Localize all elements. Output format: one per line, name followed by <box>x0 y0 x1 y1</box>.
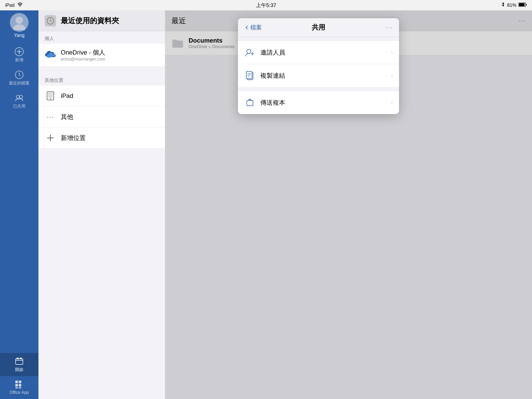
nav-header: 最近使用的資料夾 <box>38 10 165 31</box>
nav-item-ipad-text: iPad <box>61 92 159 99</box>
nav-item-add-location[interactable]: 新增位置 <box>38 128 165 149</box>
office-app-icon <box>15 380 24 389</box>
nav-section-other: 其他位置 iPad ··· 其他 <box>38 73 165 149</box>
svg-point-8 <box>19 95 23 98</box>
svg-rect-9 <box>16 359 23 364</box>
share-panel: 檔案 共用 ··· 邀請人員 › <box>238 18 399 114</box>
svg-rect-16 <box>15 387 18 388</box>
shared-icon <box>15 93 24 103</box>
svg-rect-15 <box>19 384 21 387</box>
content-panel: 最近 ··· Documents OneDrive » Documents <box>165 10 532 399</box>
status-bar-right: 81% <box>501 2 527 9</box>
svg-point-7 <box>16 95 19 98</box>
sidebar-item-open[interactable]: 開啟 <box>0 353 38 376</box>
nav-item-ipad[interactable]: iPad <box>38 85 165 107</box>
recent-icon <box>15 70 24 79</box>
clock-icon <box>46 17 54 25</box>
sidebar: Yang 新增 最近的檔案 已共用 <box>0 10 38 399</box>
onedrive-icon <box>45 49 56 61</box>
copy-link-icon <box>244 70 256 81</box>
sidebar-username: Yang <box>14 33 25 38</box>
ipad-label: iPad <box>5 3 15 8</box>
svg-rect-13 <box>19 381 21 383</box>
status-bar-time: 上午5:37 <box>256 2 276 9</box>
status-bar: iPad 上午5:37 81% <box>0 0 532 10</box>
nav-header-title: 最近使用的資料夾 <box>61 16 119 26</box>
office-app-item[interactable]: Office App <box>0 376 38 399</box>
dots-icon: ··· <box>45 111 56 123</box>
nav-item-other-text: 其他 <box>61 113 159 121</box>
share-panel-header: 檔案 共用 ··· <box>238 18 399 37</box>
send-copy-icon <box>244 97 256 108</box>
nav-item-add-location-text: 新增位置 <box>61 134 159 142</box>
svg-point-4 <box>13 24 25 30</box>
sidebar-item-open-label: 開啟 <box>15 367 23 373</box>
svg-rect-11 <box>20 358 22 359</box>
share-back-label: 檔案 <box>250 24 262 31</box>
nav-item-add-location-title: 新增位置 <box>61 134 159 142</box>
nav-item-onedrive-text: OneDrive - 個人 echo@macranger.com <box>61 48 159 62</box>
open-icon <box>15 357 24 366</box>
app-container: Yang 新增 最近的檔案 已共用 <box>0 10 532 399</box>
svg-rect-21 <box>48 92 53 98</box>
svg-point-22 <box>247 49 251 54</box>
nav-section-other-label: 其他位置 <box>38 73 165 85</box>
plus-icon <box>45 132 56 144</box>
bluetooth-icon <box>501 2 505 9</box>
sidebar-item-new-label: 新增 <box>15 57 23 63</box>
share-panel-title: 共用 <box>312 23 325 32</box>
ipad-icon <box>45 90 56 102</box>
share-menu-invite-label: 邀請人員 <box>260 48 391 57</box>
avatar <box>10 13 29 32</box>
svg-rect-14 <box>15 384 18 387</box>
share-menu-invite-chevron: › <box>391 49 393 56</box>
svg-point-20 <box>50 98 51 99</box>
share-back-button[interactable]: 檔案 <box>244 24 262 31</box>
svg-rect-1 <box>526 4 527 5</box>
chevron-left-icon <box>244 25 249 30</box>
share-panel-more[interactable]: ··· <box>385 23 393 31</box>
share-menu-send-copy-chevron: › <box>391 99 393 106</box>
svg-rect-17 <box>19 387 21 388</box>
nav-item-other-title: 其他 <box>61 113 159 121</box>
sidebar-item-shared[interactable]: 已共用 <box>0 90 38 113</box>
nav-section-personal-label: 個人 <box>38 31 165 44</box>
svg-point-3 <box>16 17 23 24</box>
sidebar-item-recent[interactable]: 最近的檔案 <box>0 66 38 90</box>
share-menu-item-send-copy[interactable]: 傳送複本 › <box>238 91 399 114</box>
sidebar-item-shared-label: 已共用 <box>13 104 25 109</box>
wifi-icon <box>17 3 23 8</box>
share-menu-copy-link-chevron: › <box>391 72 393 79</box>
nav-item-onedrive-subtitle: echo@macranger.com <box>61 57 159 62</box>
svg-rect-12 <box>15 381 18 383</box>
nav-panel: 最近使用的資料夾 個人 OneDrive - 個人 echo@macranger… <box>38 10 165 399</box>
share-menu-item-copy-link[interactable]: 複製連結 › <box>238 64 399 87</box>
sidebar-item-new[interactable]: 新增 <box>0 43 38 66</box>
invite-icon <box>244 47 256 58</box>
nav-item-other[interactable]: ··· 其他 <box>38 107 165 128</box>
nav-item-onedrive-title: OneDrive - 個人 <box>61 48 159 57</box>
add-icon <box>15 47 24 56</box>
office-app-label: Office App <box>10 390 29 395</box>
share-menu-send-copy-label: 傳送複本 <box>260 98 391 107</box>
nav-header-icon <box>45 15 56 26</box>
battery-icon <box>518 3 527 8</box>
svg-rect-25 <box>247 101 253 106</box>
share-menu-group-1: 邀請人員 › 複製連結 › <box>238 41 399 87</box>
status-bar-left: iPad <box>5 3 23 8</box>
nav-item-onedrive[interactable]: OneDrive - 個人 echo@macranger.com <box>38 44 165 67</box>
share-menu-copy-link-label: 複製連結 <box>260 71 391 80</box>
svg-rect-2 <box>519 3 525 6</box>
sidebar-item-recent-label: 最近的檔案 <box>9 81 30 86</box>
share-menu-group-2: 傳送複本 › <box>238 91 399 114</box>
svg-rect-24 <box>246 71 252 79</box>
svg-rect-10 <box>17 358 19 359</box>
share-menu-item-invite[interactable]: 邀請人員 › <box>238 41 399 64</box>
nav-item-ipad-title: iPad <box>61 92 159 99</box>
battery-percent: 81% <box>507 3 516 8</box>
